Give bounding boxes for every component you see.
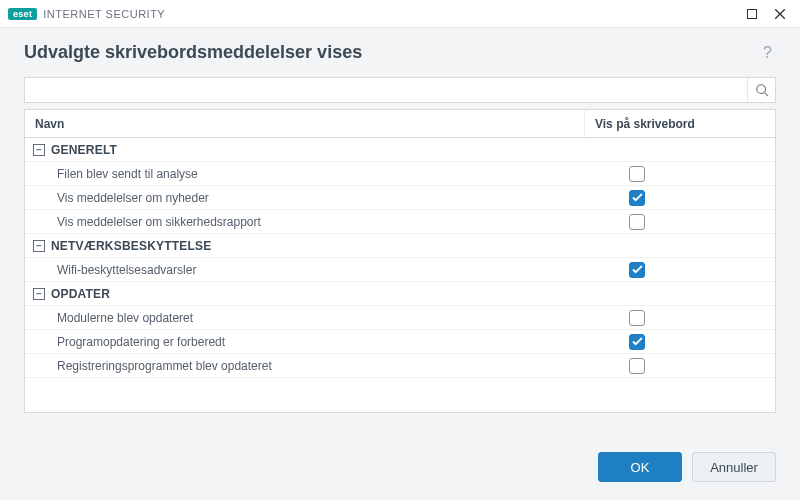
table-row: Vis meddelelser om sikkerhedsrapport (25, 210, 775, 234)
window-maximize-button[interactable] (738, 4, 766, 24)
row-label: Vis meddelelser om sikkerhedsrapport (57, 215, 261, 229)
svg-line-4 (764, 93, 768, 97)
checkbox[interactable] (629, 190, 645, 206)
checkbox[interactable] (629, 334, 645, 350)
brand-product-name: INTERNET SECURITY (43, 8, 165, 20)
cancel-button[interactable]: Annuller (692, 452, 776, 482)
row-label: Filen blev sendt til analyse (57, 167, 198, 181)
row-label: Wifi-beskyttelsesadvarsler (57, 263, 196, 277)
table-body: – GENERELT Filen blev sendt til analyse … (25, 138, 775, 412)
table-row: Modulerne blev opdateret (25, 306, 775, 330)
group-label: OPDATER (51, 287, 110, 301)
column-header-name[interactable]: Navn (25, 110, 585, 137)
table-row: Registreringsprogrammet blev opdateret (25, 354, 775, 378)
group-row-update: – OPDATER (25, 282, 775, 306)
page-title: Udvalgte skrivebordsmeddelelser vises (24, 42, 759, 63)
svg-point-3 (756, 85, 765, 94)
notifications-table: Navn Vis på skrivebord – GENERELT Filen … (24, 109, 776, 413)
collapse-icon[interactable]: – (33, 240, 45, 252)
checkbox[interactable] (629, 214, 645, 230)
row-label: Vis meddelelser om nyheder (57, 191, 209, 205)
search-input[interactable] (25, 78, 747, 102)
checkbox[interactable] (629, 358, 645, 374)
row-label: Programopdatering er forberedt (57, 335, 225, 349)
collapse-icon[interactable]: – (33, 144, 45, 156)
checkbox[interactable] (629, 262, 645, 278)
table-row: Programopdatering er forberedt (25, 330, 775, 354)
group-label: NETVÆRKSBESKYTTELSE (51, 239, 212, 253)
checkbox[interactable] (629, 166, 645, 182)
column-header-show[interactable]: Vis på skrivebord (585, 110, 775, 137)
row-label: Modulerne blev opdateret (57, 311, 193, 325)
dialog-header: Udvalgte skrivebordsmeddelelser vises ? (0, 28, 800, 69)
search-button[interactable] (747, 78, 775, 102)
dialog-window: eset INTERNET SECURITY Udvalgte skrivebo… (0, 0, 800, 500)
content-area: Navn Vis på skrivebord – GENERELT Filen … (0, 69, 800, 440)
window-close-button[interactable] (766, 4, 794, 24)
close-icon (775, 9, 785, 19)
checkbox[interactable] (629, 310, 645, 326)
brand: eset INTERNET SECURITY (8, 8, 165, 20)
table-row: Filen blev sendt til analyse (25, 162, 775, 186)
group-row-general: – GENERELT (25, 138, 775, 162)
table-row: Vis meddelelser om nyheder (25, 186, 775, 210)
svg-rect-0 (748, 9, 757, 18)
help-icon[interactable]: ? (759, 44, 776, 62)
collapse-icon[interactable]: – (33, 288, 45, 300)
titlebar: eset INTERNET SECURITY (0, 0, 800, 28)
search-bar (24, 77, 776, 103)
search-icon (755, 83, 769, 97)
group-row-network: – NETVÆRKSBESKYTTELSE (25, 234, 775, 258)
table-header: Navn Vis på skrivebord (25, 110, 775, 138)
group-label: GENERELT (51, 143, 117, 157)
row-label: Registreringsprogrammet blev opdateret (57, 359, 272, 373)
brand-badge: eset (8, 8, 37, 20)
dialog-footer: OK Annuller (0, 440, 800, 500)
table-row: Wifi-beskyttelsesadvarsler (25, 258, 775, 282)
ok-button[interactable]: OK (598, 452, 682, 482)
maximize-icon (747, 9, 757, 19)
